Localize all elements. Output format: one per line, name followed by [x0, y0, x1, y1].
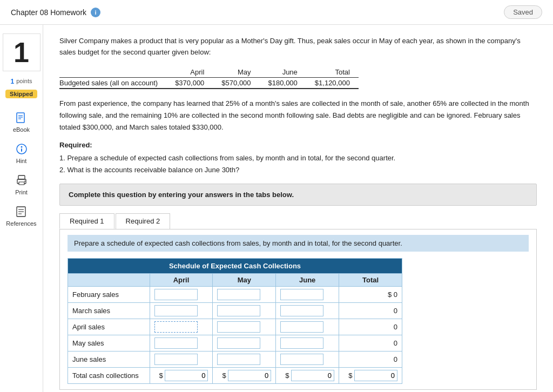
ebook-label: eBook [13, 126, 30, 133]
schedule-table-wrapper: Schedule of Expected Cash Collections Ap… [68, 258, 402, 384]
header: Chapter 08 Homework i Saved [0, 0, 553, 25]
apr-may-input[interactable] [217, 321, 260, 333]
col-header-april: April [150, 274, 213, 287]
print-icon [14, 173, 29, 188]
apr-april-input[interactable] [154, 321, 198, 333]
hint-label: Hint [16, 158, 27, 164]
jun-april-input[interactable] [154, 354, 198, 365]
apr-june-input[interactable] [280, 321, 323, 333]
row-label-mar: March sales [68, 303, 150, 319]
required-list: 1. Prepare a schedule of expected cash c… [59, 152, 537, 176]
feb-total-val: 0 [394, 290, 397, 299]
saved-button[interactable]: Saved [504, 5, 542, 19]
page-title: Chapter 08 Homework [11, 8, 86, 17]
feb-june-input[interactable] [280, 289, 323, 300]
svg-rect-9 [19, 182, 24, 185]
budget-total: $1,120,000 [306, 77, 359, 89]
sidebar: 1 1 points Skipped eBook [0, 25, 43, 392]
col-header-label [68, 274, 150, 287]
sidebar-item-references[interactable]: References [2, 201, 41, 230]
dollar-sign: $ [388, 290, 392, 299]
budget-june: $180,000 [260, 77, 306, 89]
table-row: February sales $ 0 [68, 287, 402, 303]
mar-total: 0 [339, 303, 402, 319]
svg-rect-7 [18, 175, 25, 179]
feb-may-input[interactable] [217, 289, 260, 300]
total-label: Total cash collections [68, 368, 150, 384]
schedule-table: Schedule of Expected Cash Collections Ap… [68, 258, 402, 384]
budget-label: Budgeted sales (all on account) [59, 77, 166, 89]
experience-text: From past experience, the company has le… [59, 98, 537, 133]
tab-content: Prepare a schedule of expected cash coll… [59, 229, 537, 390]
may-total: 0 [339, 335, 402, 352]
jun-may-input[interactable] [217, 354, 260, 365]
print-label: Print [15, 189, 28, 195]
total-may-symbol: $ [222, 371, 226, 380]
may-april-input[interactable] [154, 337, 198, 349]
table-row: May sales 0 [68, 335, 402, 352]
svg-rect-0 [17, 113, 24, 123]
points-label: points [16, 78, 32, 84]
references-icon [14, 204, 29, 219]
apr-total: 0 [339, 319, 402, 335]
jun-june-input[interactable] [280, 354, 323, 365]
total-april-symbol: $ [159, 371, 163, 380]
budget-table: April May June Total Budgeted sales (all… [59, 67, 537, 89]
may-may-input[interactable] [217, 337, 260, 349]
row-label-may: May sales [68, 335, 150, 352]
svg-point-5 [21, 146, 22, 148]
required-heading: Required: [59, 141, 537, 149]
budget-april: $370,000 [166, 77, 213, 89]
schedule-title: Schedule of Expected Cash Collections [68, 259, 402, 274]
total-may-input[interactable] [228, 370, 271, 381]
problem-intro: Silver Company makes a product that is v… [59, 36, 537, 58]
points-link[interactable]: 1 [10, 78, 14, 85]
tab-required1[interactable]: Required 1 [59, 213, 114, 229]
col-header-june: June [276, 274, 339, 287]
skipped-badge: Skipped [5, 90, 37, 98]
feb-april-input[interactable] [154, 289, 198, 300]
sidebar-item-ebook[interactable]: eBook [9, 107, 34, 136]
may-june-input[interactable] [280, 337, 323, 349]
row-label-apr: April sales [68, 319, 150, 335]
total-april-input[interactable] [165, 370, 208, 381]
table-row: April sales 0 [68, 319, 402, 335]
required-item-1: 1. Prepare a schedule of expected cash c… [59, 152, 537, 164]
mar-april-input[interactable] [154, 305, 198, 316]
mar-may-input[interactable] [217, 305, 260, 316]
budget-may: $570,000 [213, 77, 259, 89]
hint-icon [14, 141, 29, 157]
sidebar-item-hint[interactable]: Hint [10, 138, 33, 167]
tab-required2[interactable]: Required 2 [116, 213, 171, 229]
jun-total: 0 [339, 352, 402, 368]
col-header-may: May [213, 274, 276, 287]
header-left: Chapter 08 Homework i [11, 8, 100, 17]
total-total-input[interactable] [354, 370, 397, 381]
info-icon[interactable]: i [91, 8, 100, 17]
row-label-feb: February sales [68, 287, 150, 303]
row-label-jun: June sales [68, 352, 150, 368]
complete-box: Complete this question by entering your … [59, 184, 537, 206]
mar-june-input[interactable] [280, 305, 323, 316]
tab-description: Prepare a schedule of expected cash coll… [68, 235, 529, 252]
total-total-symbol: $ [348, 371, 352, 380]
total-june-symbol: $ [285, 371, 289, 380]
question-number: 1 [3, 33, 41, 71]
book-icon [14, 110, 29, 125]
col-header-total: Total [339, 274, 402, 287]
svg-point-10 [24, 181, 25, 182]
main-layout: 1 1 points Skipped eBook [0, 25, 553, 392]
sidebar-item-print[interactable]: Print [10, 170, 33, 199]
svg-rect-6 [21, 148, 22, 152]
required-section: Required: 1. Prepare a schedule of expec… [59, 141, 537, 176]
table-row: March sales 0 [68, 303, 402, 319]
total-june-input[interactable] [291, 370, 334, 381]
total-row: Total cash collections $ $ $ [68, 368, 402, 384]
table-row: June sales 0 [68, 352, 402, 368]
tabs: Required 1 Required 2 [59, 213, 537, 229]
references-label: References [6, 220, 36, 227]
required-item-2: 2. What is the accounts receivable balan… [59, 164, 537, 176]
content-area: Silver Company makes a product that is v… [43, 25, 553, 392]
